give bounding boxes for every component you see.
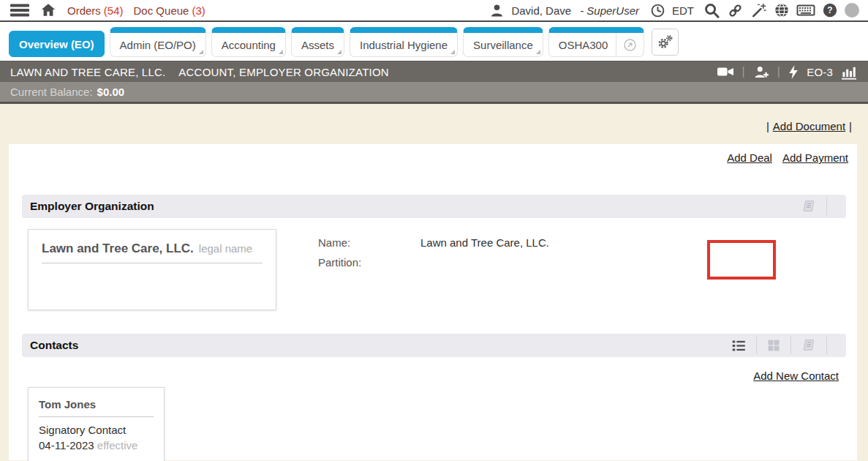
employer-organization-body: Lawn and Tree Care, LLC. legal name Name… [28,229,844,310]
document-actions-row: | Add Document | [0,104,868,132]
bar-chart-icon[interactable] [840,64,858,80]
titlebar-divider: | [777,65,780,78]
field-row-name: Name: Lawn and Tree Care, LLC. [318,233,549,252]
employer-organization-title: Employer Organization [30,200,154,213]
pipe-separator: | [766,120,769,132]
tab-surveillance[interactable]: Surveillance [463,27,543,57]
tab-osha300-label: OSHA300 [559,39,608,51]
link-icon[interactable] [727,2,744,19]
home-icon[interactable] [39,2,57,18]
nav-orders-label: Orders [67,4,101,17]
list-view-icon[interactable] [722,334,756,357]
entity-title-bar: LAWN AND TREE CARE, LLC. ACCOUNT, EMPLOY… [0,61,868,82]
tab-bar: Overview (EO) Admin (EO/PO) Accounting A… [0,22,868,61]
tab-overview-eo[interactable]: Overview (EO) [9,31,105,57]
entity-subtitle: ACCOUNT, EMPLOYER ORGANIZATION [178,66,388,78]
add-payment-link[interactable]: Add Payment [782,151,848,164]
add-contact-row: Add New Contact [9,357,857,382]
hamburger-menu-icon[interactable] [10,3,29,18]
org-fields: Name: Lawn and Tree Care, LLC. Partition… [318,229,549,310]
main-content: | Add Document | Add Deal Add Payment Em… [0,104,868,460]
help-icon[interactable]: ? [822,2,838,18]
legal-name-card[interactable]: Lawn and Tree Care, LLC. legal name [28,229,276,310]
contact-date: 04-11-2023 [39,439,94,451]
add-new-contact-link[interactable]: Add New Contact [753,370,839,382]
tab-accounting[interactable]: Accounting [211,27,286,57]
tab-osha300[interactable]: OSHA300 [548,27,645,57]
gears-icon [657,34,673,50]
contact-date-hint: effective [97,439,138,451]
tab-assets[interactable]: Assets [291,27,344,57]
deal-actions-row: Add Deal Add Payment [9,144,857,164]
contact-name: Tom Jones [39,398,154,417]
notebook-icon[interactable] [791,195,826,218]
globe-icon[interactable] [774,2,790,18]
lightning-icon[interactable] [788,64,799,80]
add-deal-link[interactable]: Add Deal [727,151,772,164]
titlebar-divider: | [741,65,744,78]
user-name[interactable]: David, Dave [511,4,571,17]
keyboard-icon[interactable] [796,2,815,18]
legal-name-value: Lawn and Tree Care, LLC. [42,241,194,256]
notebook-icon[interactable] [791,334,826,357]
employer-organization-header: Employer Organization [22,195,846,218]
contacts-title: Contacts [30,339,78,352]
contact-role: Signatory Contact [39,424,154,436]
video-camera-icon[interactable] [717,64,734,79]
tool-endspace [827,334,846,357]
nav-orders-count: (54) [104,4,124,17]
entity-code: EO-3 [807,66,833,78]
user-icon [489,3,505,18]
field-value-name: Lawn and Tree Care, LLC. [420,236,549,249]
tab-settings-button[interactable] [652,29,679,56]
field-label-partition: Partition: [318,256,420,269]
tab-industrial-hygiene[interactable]: Industrial Hygiene [350,27,458,57]
pipe-separator: | [849,120,852,132]
field-row-partition: Partition: [318,252,549,272]
nav-doc-queue-label: Doc Queue [134,4,189,17]
legal-name-hint: legal name [199,242,252,255]
tool-endspace [827,195,846,218]
wand-icon[interactable] [750,2,767,19]
entity-name: LAWN AND TREE CARE, LLC. [10,66,165,78]
top-bar: Orders (54) Doc Queue (3) David, Dave - … [0,0,868,22]
avatar[interactable] [845,3,859,18]
balance-bar: Current Balance: $0.00 [0,82,868,104]
add-document-link[interactable]: Add Document [773,120,845,132]
svg-text:?: ? [827,5,832,15]
open-external-icon[interactable] [616,33,644,56]
tab-admin-eo-po[interactable]: Admin (EO/PO) [110,27,206,57]
search-icon[interactable] [703,2,720,19]
balance-value: $0.00 [97,86,125,98]
grid-view-icon[interactable] [757,334,790,357]
timezone-label: EDT [672,4,694,17]
nav-doc-queue[interactable]: Doc Queue (3) [134,4,205,17]
person-add-icon[interactable] [752,64,770,80]
contacts-header: Contacts [22,334,846,357]
contact-date-row: 04-11-2023 effective [39,439,154,451]
user-role: - SuperUser [580,4,639,17]
contact-card[interactable]: Tom Jones Signatory Contact 04-11-2023 e… [28,387,165,461]
balance-label: Current Balance: [10,86,93,98]
clock-icon[interactable] [650,3,665,18]
nav-doc-queue-count: (3) [192,4,205,17]
nav-orders[interactable]: Orders (54) [67,4,124,17]
overview-panel: Add Deal Add Payment Employer Organizati… [9,144,857,460]
field-label-name: Name: [318,236,420,249]
